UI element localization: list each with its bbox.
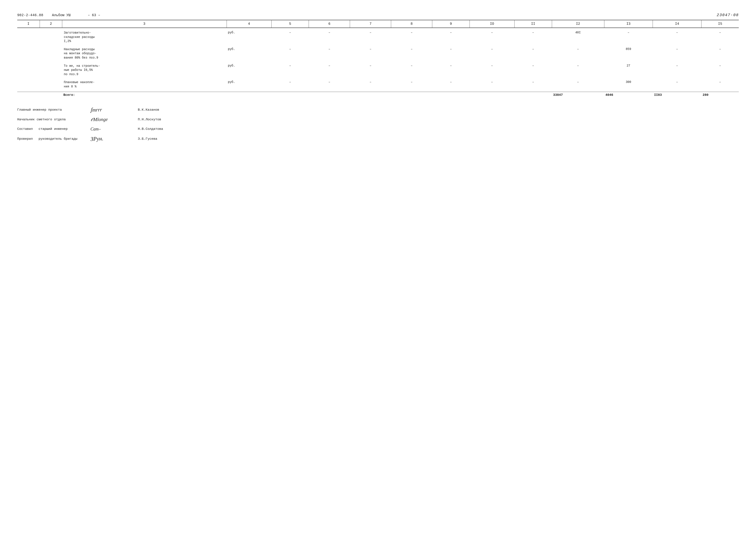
cell-r4-c6: –	[309, 79, 350, 90]
col-header-15: I5	[701, 20, 739, 28]
total-c10	[470, 92, 514, 99]
total-row: Всего: 33847 4046 II83 280	[17, 92, 739, 99]
doc-number: 902-2-446.88	[17, 14, 43, 17]
total-c9	[432, 92, 470, 99]
spacer-row-4	[17, 77, 739, 79]
cell-r1-c6: –	[309, 30, 350, 44]
col-header-9: 9	[432, 20, 470, 28]
column-header-row: I 2 3 4 5 6 7 8 9 IO II I2 I3 I4 I5	[17, 20, 739, 28]
cell-r2-c12: –	[552, 46, 604, 61]
cell-r4-c15: –	[701, 79, 739, 90]
header-left: 902-2-446.88 Альбом УШ – 63 –	[17, 14, 100, 17]
cell-r2-c15: –	[701, 46, 739, 61]
spacer-row	[17, 28, 739, 30]
cell-r2-c13: 859	[604, 46, 653, 61]
col-header-10: IO	[470, 20, 514, 28]
col-header-7: 7	[350, 20, 391, 28]
cell-r2-c5: –	[271, 46, 309, 61]
cell-r1-desc: Заготовительно-складские расходыI,2%	[62, 30, 227, 44]
cell-r3-c6: –	[309, 63, 350, 77]
col-header-12: I2	[552, 20, 604, 28]
cell-r4-c8: –	[391, 79, 432, 90]
spacer-row-2	[17, 44, 739, 46]
signature-row-3: Составил старший инженер Cam– Н.В.Солдат…	[17, 126, 739, 132]
sig-image-2: 𝒪Mlonge	[86, 117, 138, 122]
cell-r2-c6: –	[309, 46, 350, 61]
cell-r2-c8: –	[391, 46, 432, 61]
cell-r2-c11: –	[514, 46, 552, 61]
table-row: То же, на строитель-ные работы I6,5%по п…	[17, 63, 739, 77]
sig-role-4: Проверил руководитель бригады	[17, 137, 86, 141]
cell-r1-c8: –	[391, 30, 432, 44]
main-table: I 2 3 4 5 6 7 8 9 IO II I2 I3 I4 I5	[17, 20, 739, 98]
sig-image-1: ʃmrrr	[86, 107, 138, 113]
total-c5	[271, 92, 309, 99]
total-c14: II83	[653, 92, 702, 99]
total-c11	[514, 92, 552, 99]
cell-r4-c13: 300	[604, 79, 653, 90]
cell-r1-c12: 40I	[552, 30, 604, 44]
col-header-11: II	[514, 20, 552, 28]
col-header-6: 6	[309, 20, 350, 28]
cell-r4-c2	[40, 79, 62, 90]
signature-row-4: Проверил руководитель бригады ЗРун. З.Б.…	[17, 136, 739, 142]
cell-r4-c11: –	[514, 79, 552, 90]
cell-r1-c7: –	[350, 30, 391, 44]
cell-r1-c10: –	[470, 30, 514, 44]
total-c13: 4046	[604, 92, 653, 99]
cell-r2-c2	[40, 46, 62, 61]
cell-r3-c11: –	[514, 63, 552, 77]
cell-r3-c12: –	[552, 63, 604, 77]
cell-r3-c9: –	[432, 63, 470, 77]
total-c15: 280	[701, 92, 739, 99]
total-c12: 33847	[552, 92, 604, 99]
cell-r4-c14: –	[653, 79, 702, 90]
col-header-5: 5	[271, 20, 309, 28]
cell-r3-unit: руб.	[227, 63, 271, 77]
total-c6	[309, 92, 350, 99]
cell-r4-c1	[17, 79, 40, 90]
table-row: Накладные расходына монтаж оборудо-вания…	[17, 46, 739, 61]
cell-r3-c14: –	[653, 63, 702, 77]
sig-name-2: П.Н.Лоскутов	[138, 118, 177, 122]
sig-role-2: Начальник сметного отдела	[17, 118, 86, 122]
cell-r2-c9: –	[432, 46, 470, 61]
col-header-1: I	[17, 20, 40, 28]
col-header-2: 2	[40, 20, 62, 28]
cell-r3-c2	[40, 63, 62, 77]
cell-r4-c9: –	[432, 79, 470, 90]
cell-r4-unit: руб.	[227, 79, 271, 90]
total-label: Всего:	[62, 92, 227, 99]
cell-r1-c13: –	[604, 30, 653, 44]
cell-r1-c14: –	[653, 30, 702, 44]
cell-r3-desc: То же, на строитель-ные работы I6,5%по п…	[62, 63, 227, 77]
col-header-13: I3	[604, 20, 653, 28]
total-c2	[40, 92, 62, 99]
album-label: Альбом УШ	[52, 14, 71, 17]
cell-r4-desc: Плановые накопле-ния 8 %	[62, 79, 227, 90]
sig-role-3: Составил старший инженер	[17, 127, 86, 131]
cell-r2-c14: –	[653, 46, 702, 61]
sig-role-1: Главный инженер проекта	[17, 108, 86, 112]
cell-r3-c7: –	[350, 63, 391, 77]
cell-r1-unit: руб.	[227, 30, 271, 44]
cell-r4-c7: –	[350, 79, 391, 90]
sig-name-3: Н.В.Солдатова	[138, 127, 177, 131]
col-header-8: 8	[391, 20, 432, 28]
spacer-row-5	[17, 90, 739, 92]
cell-r3-c15: –	[701, 63, 739, 77]
page: 902-2-446.88 Альбом УШ – 63 – 23047-08	[17, 13, 739, 142]
cell-r2-c1	[17, 46, 40, 61]
cell-r3-c8: –	[391, 63, 432, 77]
signature-row-1: Главный инженер проекта ʃmrrr В.К.Казано…	[17, 107, 739, 113]
cell-r4-c10: –	[470, 79, 514, 90]
col-header-3: 3	[62, 20, 227, 28]
cell-r3-c10: –	[470, 63, 514, 77]
cell-r2-c10: –	[470, 46, 514, 61]
cell-r3-c13: 27	[604, 63, 653, 77]
table-row: Заготовительно-складские расходыI,2% руб…	[17, 30, 739, 44]
doc-code: 23047-08	[717, 13, 739, 17]
cell-r1-c1	[17, 30, 40, 44]
table-row: Плановые накопле-ния 8 % руб. – – – – – …	[17, 79, 739, 90]
total-c8	[391, 92, 432, 99]
